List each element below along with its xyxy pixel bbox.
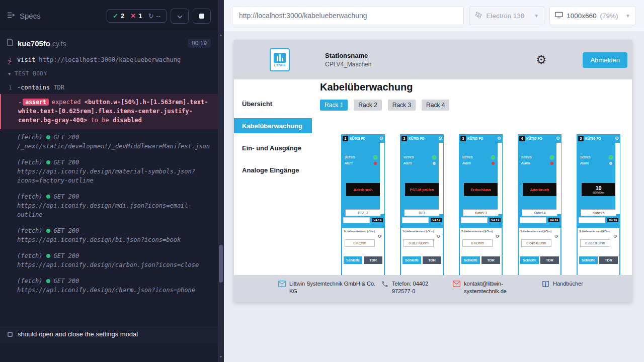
spare-field[interactable] (579, 217, 605, 223)
refresh-icon[interactable]: ⟳ (378, 234, 382, 239)
scroll-up-icon[interactable]: ▲ (218, 33, 224, 37)
spare-field[interactable] (402, 217, 429, 223)
firmware-version: V4.19 (548, 218, 559, 222)
reporter-scrollbar[interactable]: ▲ ▼ (218, 0, 224, 362)
status-ok-dot (46, 279, 50, 283)
app-viewport: LITTWIN Stationsname CPLV4_Maschen ⚙ Abm… (234, 40, 632, 302)
betrieb-led (609, 156, 612, 159)
refresh-icon[interactable]: ⟳ (554, 234, 558, 239)
aut-stage: LITTWIN Stationsname CPLV4_Maschen ⚙ Abm… (224, 31, 644, 362)
fetch-log-row[interactable]: (fetch)GET 200 https://api.iconify.desig… (0, 223, 218, 248)
firmware-version: V4.19 (607, 218, 618, 222)
stat-pending: ↻-- (148, 12, 160, 20)
firmware-version: V4.19 (490, 218, 501, 222)
specs-button[interactable]: Specs (7, 12, 41, 20)
page-title: Kabelüberwachung (320, 80, 632, 94)
tab-rack-1[interactable]: Rack 1 (320, 100, 348, 111)
card-model: KÜ705-FO (409, 137, 438, 140)
card-model: KÜ706-FO (585, 137, 615, 140)
cable-label-field[interactable]: Kabel 3 (463, 209, 499, 216)
scrollbar-thumb[interactable] (219, 245, 223, 283)
refresh-icon[interactable]: ⟳ (496, 234, 500, 239)
specs-list-icon (7, 12, 15, 20)
tab-rack-2[interactable]: Rack 2 (354, 100, 381, 111)
schleife-button[interactable]: Schleife (579, 256, 598, 264)
browser-select[interactable]: Electron 130 ▼ (469, 6, 544, 25)
schleife-button[interactable]: Schleife (461, 256, 480, 264)
scroll-down-icon[interactable]: ▼ (218, 355, 224, 358)
test-body-section[interactable]: ▼ TEST BODY (0, 65, 218, 82)
schleife-button[interactable]: Schleife (403, 256, 421, 264)
assert-badge: assert (23, 99, 49, 106)
card-side-strip (556, 143, 561, 214)
sidebar-item-analoge-eingaenge[interactable]: Analoge Eingänge (234, 159, 312, 181)
reporter-header: Specs ✓2 ✕1 ↻-- (0, 0, 218, 32)
schleife-button[interactable]: Schleife (344, 256, 362, 264)
gear-icon[interactable]: ⚙ (615, 136, 619, 141)
spec-name[interactable]: kue705fo.cy.ts (18, 39, 66, 48)
spare-field[interactable] (520, 217, 546, 223)
tdr-button[interactable]: TDR (481, 256, 500, 264)
device-cards: 1KÜ705-FO⚙ Betrieb Alarm Aderbruch FTZ_2… (320, 134, 632, 275)
collapse-button[interactable] (171, 9, 189, 24)
fetch-log-row[interactable]: (fetch)GET 200 https://api.iconify.desig… (0, 154, 218, 189)
reporter-controls: ✓2 ✕1 ↻-- (107, 9, 211, 24)
gear-icon[interactable]: ⚙ (556, 136, 560, 141)
next-test-title[interactable]: should open and close the settings modal (0, 326, 218, 342)
chevron-down-icon: ▼ (534, 13, 539, 19)
tab-rack-3[interactable]: Rack 3 (388, 100, 416, 111)
tab-rack-4[interactable]: Rack 4 (422, 100, 449, 111)
tdr-button[interactable]: TDR (599, 256, 618, 264)
cable-label-field[interactable]: Kabel 5 (581, 209, 616, 216)
status-ok-dot (46, 195, 50, 199)
device-card-2: 2KÜ705-FO⚙ Betrieb Alarm PST-M prüfen B2… (400, 134, 444, 275)
littwin-logo: LITTWIN (270, 48, 290, 71)
fetch-log-row[interactable]: (fetch)GET 200 https://api.iconify.desig… (0, 189, 218, 223)
gear-icon[interactable]: ⚙ (497, 136, 501, 141)
cable-label-field[interactable]: FTZ_2 (345, 209, 381, 216)
status-display: PST-M prüfen (405, 183, 439, 196)
cable-label-field[interactable]: Kabel 4 (522, 209, 557, 216)
gear-icon[interactable]: ⚙ (379, 136, 383, 141)
x-icon: ✕ (130, 12, 136, 20)
sidebar-item-uebersicht[interactable]: Übersicht (234, 93, 312, 115)
email-icon (278, 280, 286, 295)
schleife-button[interactable]: Schleife (520, 256, 539, 264)
sidebar-item-kabelueberwachung[interactable]: Kabelüberwachung (234, 118, 312, 133)
command-visit[interactable]: 1 visit http://localhost:3000/kabelueber… (0, 54, 218, 65)
firmware-version: V4.19 (431, 218, 442, 222)
settings-gear-icon[interactable]: ⚙ (536, 54, 547, 66)
sidebar-item-ein-und-ausgaenge[interactable]: Ein- und Ausgänge (234, 137, 312, 159)
fetch-log-row[interactable]: (fetch)GET 200 /_next/static/development… (0, 129, 218, 154)
resistance-value: 0 KOhm (462, 239, 493, 247)
fetch-log-row[interactable]: (fetch)GET 200 https://api.iconify.desig… (0, 248, 218, 273)
refresh-icon[interactable]: ⟳ (613, 234, 617, 239)
resistance-value: 0.812 KOhm (404, 239, 434, 247)
refresh-icon[interactable]: ⟳ (437, 234, 441, 239)
tdr-button[interactable]: TDR (540, 256, 559, 264)
status-ok-dot (46, 135, 50, 139)
gear-icon[interactable]: ⚙ (438, 136, 442, 141)
footer-manuals[interactable]: Handbücher (542, 280, 583, 290)
footer-email[interactable]: kontakt@littwin-systemtechnik.de (453, 280, 542, 295)
betrieb-led (550, 156, 553, 159)
card-number: 2 (401, 136, 407, 141)
url-field[interactable]: http://localhost:3000/kabelueberwachung (232, 6, 464, 25)
fetch-log-row[interactable]: (fetch)GET 200 https://api.iconify.desig… (0, 273, 218, 298)
cable-label-field[interactable]: B23 (404, 209, 440, 216)
spare-field[interactable] (461, 217, 488, 223)
card-model: KÜ705-FO (350, 137, 379, 140)
alarm-led (609, 162, 612, 165)
stop-button[interactable] (193, 9, 211, 24)
check-icon: ✓ (113, 12, 118, 20)
stat-failed: ✕1 (130, 12, 142, 20)
viewport-icon (555, 12, 563, 20)
tdr-button[interactable]: TDR (423, 256, 441, 264)
command-assert-failed[interactable]: 2-assertexpected <button.w-[50%].h-[1.56… (0, 94, 218, 129)
logout-button[interactable]: Abmelden (583, 52, 627, 68)
viewport-select[interactable]: 1000x660 (79%) ▼ (549, 6, 636, 25)
tdr-button[interactable]: TDR (364, 256, 382, 264)
command-contains[interactable]: 1 -contains TDR (0, 82, 218, 93)
spare-field[interactable] (343, 217, 370, 223)
app-body: Übersicht Kabelüberwachung Ein- und Ausg… (234, 79, 632, 275)
